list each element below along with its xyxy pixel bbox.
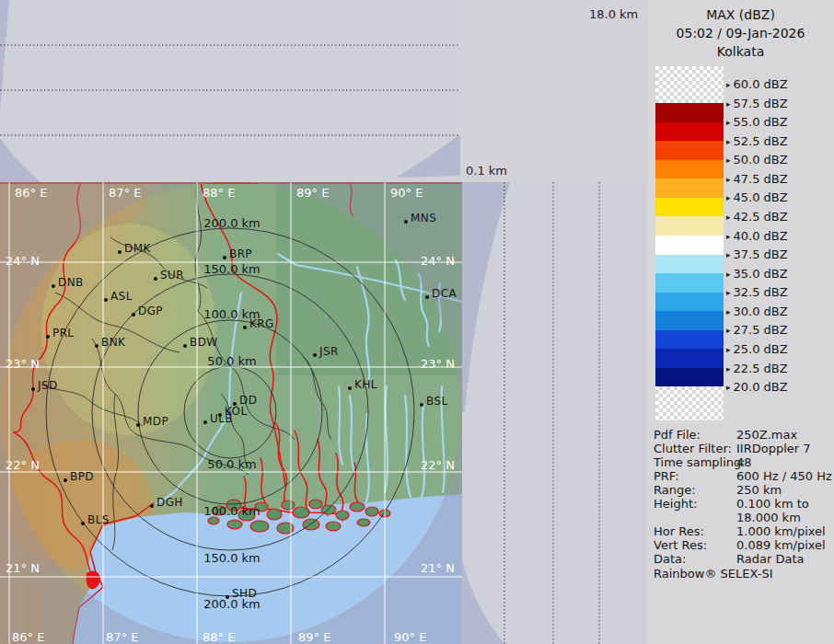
city-dot-icon (104, 298, 108, 302)
tick-text: 37.5 dBZ (734, 247, 788, 261)
tick-text: 50.0 dBZ (734, 153, 788, 167)
legend-panel: MAX (dBZ) 05:02 / 09-Jan-2026 Kolkata Pd… (647, 0, 834, 644)
meta-row: Data:Radar Data (654, 552, 832, 566)
meta-label: Height: (654, 497, 697, 511)
city-code-label: DMK (124, 242, 151, 255)
scale-band (655, 311, 724, 330)
tick-arrow-icon: ▸ (726, 80, 731, 89)
meta-label: PRF: (654, 469, 679, 483)
meta-row: Time sampling:48 (654, 455, 832, 469)
radar-map: 86° E87° E88° E89° E90° E86° E87° E88° E… (0, 182, 462, 644)
city-code-label: BSL (426, 395, 448, 408)
tick-text: 25.0 dBZ (734, 342, 788, 356)
meta-value: 0.100 km to 18.000 km (736, 497, 834, 524)
tick-arrow-icon: ▸ (726, 250, 731, 259)
station-name: Kolkata (647, 42, 834, 61)
scale-tick-label: ▸57.5 dBZ (726, 97, 788, 111)
tick-text: 40.0 dBZ (734, 229, 788, 243)
metadata-block: Pdf File:250Z.maxClutter Filter:IIRDoppl… (654, 428, 832, 566)
city-dot-icon (154, 277, 157, 281)
tick-arrow-icon: ▸ (726, 232, 731, 241)
height-max-label: 18.0 km (589, 7, 638, 21)
meta-row: PRF:600 Hz / 450 Hz (654, 469, 832, 483)
scale-band (655, 103, 724, 122)
meta-value: Radar Data (736, 552, 834, 566)
meta-row: Vert Res:0.089 km/pixel (654, 538, 832, 552)
tick-text: 27.5 dBZ (734, 323, 788, 337)
city-code-label: JSR (319, 345, 339, 358)
city-dot-icon (52, 284, 55, 288)
city-code-label: DGP (138, 305, 163, 317)
tick-text: 35.0 dBZ (734, 267, 788, 281)
scale-band (655, 198, 724, 217)
meta-label: Range: (654, 483, 696, 497)
scale-tick-label: ▸42.5 dBZ (726, 210, 788, 224)
scale-tick-label: ▸22.5 dBZ (726, 362, 788, 376)
tick-arrow-icon: ▸ (726, 118, 731, 127)
city-code-label: BRP (229, 247, 252, 260)
height-min-label: 0.1 km (466, 164, 507, 178)
city-code-label: SHD (232, 587, 257, 600)
right-cross-section-canvas (462, 182, 647, 644)
city-dot-icon (64, 478, 67, 482)
scale-tick-label: ▸27.5 dBZ (726, 323, 788, 338)
right-cross-section-panel (462, 182, 647, 644)
tick-arrow-icon: ▸ (726, 155, 731, 165)
city-dot-icon (223, 256, 226, 259)
scale-tick-label: ▸37.5 dBZ (726, 247, 788, 262)
city-dot-icon (95, 344, 98, 348)
city-code-label: ASL (110, 290, 133, 303)
city-code-label: DCA (432, 287, 457, 300)
city-dot-icon (404, 220, 408, 224)
tick-text: 47.5 dBZ (734, 172, 788, 186)
meta-value: 600 Hz / 450 Hz (736, 469, 834, 483)
scale-tick-label: ▸35.0 dBZ (726, 267, 788, 282)
city-dot-icon (81, 522, 85, 525)
scale-band (655, 160, 724, 179)
scale-tick-label: ▸50.0 dBZ (726, 153, 788, 167)
scale-tick-label: ▸25.0 dBZ (726, 342, 788, 357)
scale-band (655, 216, 724, 236)
scale-tick-label: ▸55.0 dBZ (726, 115, 788, 130)
tick-arrow-icon: ▸ (726, 99, 731, 109)
tick-arrow-icon: ▸ (726, 213, 731, 222)
scale-band (655, 178, 724, 198)
scale-tick-label: ▸47.5 dBZ (726, 172, 788, 187)
tick-text: 30.0 dBZ (734, 305, 788, 318)
city-code-label: ULB (210, 412, 233, 425)
tick-arrow-icon: ▸ (726, 364, 731, 374)
city-dot-icon (313, 353, 317, 357)
meta-label: Data: (654, 552, 686, 566)
scale-tick-label: ▸32.5 dBZ (726, 285, 788, 300)
scale-band (655, 122, 724, 142)
meta-label: Pdf File: (654, 428, 701, 442)
tick-text: 32.5 dBZ (734, 285, 788, 299)
top-cross-section-canvas (0, 0, 460, 182)
city-code-label: MNS (411, 212, 436, 224)
scale-tick-label: ▸52.5 dBZ (726, 134, 788, 149)
tick-text: 55.0 dBZ (734, 115, 788, 129)
city-dot-icon (420, 403, 423, 407)
dbz-color-bar (655, 66, 724, 420)
city-code-label: SUR (160, 269, 184, 282)
city-code-label: DNB (58, 276, 84, 289)
meta-label: Clutter Filter: (654, 442, 732, 455)
city-code-label: BPD (70, 470, 94, 483)
city-dot-icon (136, 423, 140, 427)
color-bands (655, 103, 724, 386)
meta-label: Hor Res: (654, 524, 704, 538)
scale-band (655, 236, 724, 255)
product-title: MAX (dBZ) (647, 6, 834, 24)
city-dot-icon (226, 595, 229, 599)
scale-band (655, 293, 724, 312)
city-code-label: PRL (52, 327, 74, 339)
city-code-label: KHL (354, 378, 377, 391)
tick-text: 20.0 dBZ (734, 380, 788, 394)
radar-product-window: 18.0 km 0.1 km (0, 0, 834, 644)
tick-text: 42.5 dBZ (734, 210, 788, 224)
scale-tick-label: ▸20.0 dBZ (726, 380, 788, 395)
tick-arrow-icon: ▸ (726, 326, 731, 335)
tick-arrow-icon: ▸ (726, 175, 731, 184)
city-dot-icon (425, 295, 429, 299)
scale-band (655, 330, 724, 350)
